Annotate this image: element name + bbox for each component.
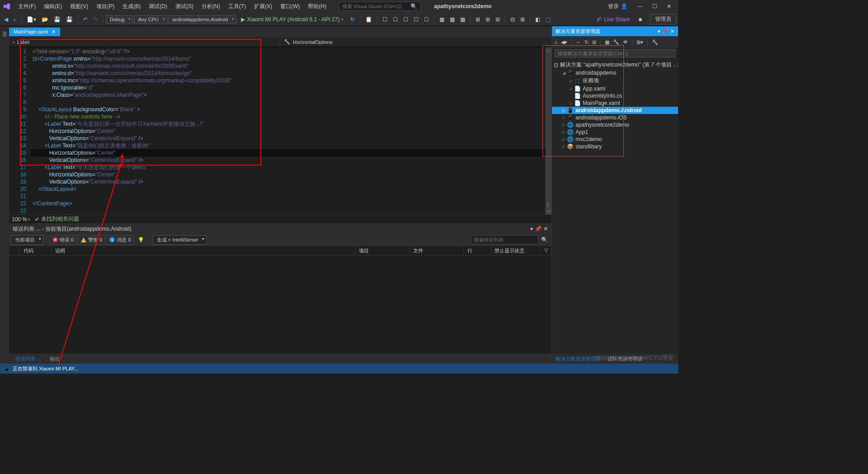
tb-icon-15[interactable]: ◧ <box>533 15 542 24</box>
search-icon[interactable]: 🔍 <box>539 236 550 244</box>
tb-icon-7[interactable]: ▦ <box>437 15 447 24</box>
tree-item[interactable]: ▷📱androidappdemo.Android <box>552 107 678 114</box>
solution-root[interactable]: ⊡ 解决方案 "apathysnetcore2demo" (第 7 个项目，共 … <box>552 61 678 69</box>
config-dropdown[interactable]: Debug <box>106 15 133 24</box>
sp-home-icon[interactable]: ⌂ <box>553 38 559 46</box>
tb-icon-5[interactable]: ☐ <box>411 15 421 24</box>
refresh-button[interactable]: ↻ <box>348 15 357 24</box>
menu-item[interactable]: 窗口(W) <box>277 1 303 12</box>
sp-properties-icon[interactable]: 🔧 <box>612 38 621 46</box>
menu-item[interactable]: 视图(V) <box>66 1 92 12</box>
save-all-button[interactable]: 💾 <box>64 15 75 24</box>
code-line[interactable]: xmlns:x="http://schemas.microsoft.com/wi… <box>31 62 552 70</box>
panel-pin-icon[interactable]: 📌 <box>662 28 669 34</box>
new-item-button[interactable]: 📄▾ <box>24 15 38 24</box>
menu-item[interactable]: 扩展(X) <box>250 1 276 12</box>
errorlist-column-header[interactable] <box>9 246 20 255</box>
errorlist-column-header[interactable]: 代码 <box>20 246 52 255</box>
panel-close-icon[interactable]: ✕ <box>670 28 675 34</box>
search-vs-input[interactable] <box>342 4 410 9</box>
liveshare-button[interactable]: ⮳ Live Share <box>593 15 633 24</box>
errorlist-column-header[interactable]: 项目 <box>355 246 410 255</box>
code-line[interactable]: <Label Text="我是你们的主讲老师：徐新帅" <box>31 142 552 149</box>
code-line[interactable]: HorizontalOptions="Center" <box>31 171 552 178</box>
sp-collapse-icon[interactable]: ⊟ <box>591 38 598 46</box>
split-v-icon[interactable]: ▭ <box>547 209 551 213</box>
minimize-button[interactable]: ─ <box>634 1 646 11</box>
issues-status[interactable]: ✔ 未找到相关问题 <box>35 215 79 223</box>
menu-item[interactable]: 编辑(E) <box>40 1 66 12</box>
errorlist-search-input[interactable] <box>474 237 535 242</box>
expand-icon[interactable]: ▷ <box>561 137 566 142</box>
scope-dropdown[interactable]: 当前项目 <box>11 235 43 245</box>
tb-icon-16[interactable]: ⬚ <box>543 15 553 24</box>
editor-scrollbar[interactable] <box>545 47 552 214</box>
tree-item[interactable]: ▷📦standlibary <box>552 143 678 150</box>
code-line[interactable] <box>31 99 552 106</box>
tb-icon-13[interactable]: ⊟ <box>508 15 517 24</box>
search-vs[interactable]: 🔍 <box>339 2 420 11</box>
expand-icon[interactable]: ▷ <box>561 130 566 134</box>
code-line[interactable]: HorizontalOptions="Center" <box>31 128 552 135</box>
tab-mainpage[interactable]: MainPage.xaml ✕ <box>9 28 60 36</box>
code-line[interactable]: </StackLayout> <box>31 185 552 193</box>
expand-icon[interactable]: ▷ <box>568 101 574 105</box>
menu-item[interactable]: 工具(T) <box>225 1 250 12</box>
code-line[interactable]: mc:Ignorable="d" <box>31 84 552 91</box>
maximize-button[interactable]: ☐ <box>648 1 661 11</box>
sp-back-icon[interactable]: ◀▾ <box>560 38 569 46</box>
undo-button[interactable]: ↶ <box>81 15 90 24</box>
tree-item[interactable]: ▷🌐apathysnetcore2demo <box>552 121 678 128</box>
platform-dropdown[interactable]: Any CPU <box>134 15 167 24</box>
errorlist-headers[interactable]: 代码说明项目文件行禁止显示状态▽ <box>9 246 552 256</box>
close-button[interactable]: ✕ <box>663 1 675 11</box>
expand-icon[interactable]: ▷ <box>561 144 566 149</box>
code-editor[interactable]: 1234567891011121314151617181920212223 <?… <box>9 47 552 214</box>
tree-item[interactable]: ▷⸬依赖项 <box>552 76 678 85</box>
tb-icon-10[interactable]: ⊞ <box>473 15 482 24</box>
tb-icon-8[interactable]: ▦ <box>448 15 457 24</box>
errorlist-column-header[interactable]: 说明 <box>52 246 355 255</box>
code-line[interactable]: HorizontalOptions="Center" <box>31 149 552 156</box>
errorlist-column-header[interactable]: 行 <box>464 246 491 255</box>
tb-icon-2[interactable]: ☐ <box>380 15 390 24</box>
menu-item[interactable]: 生成(B) <box>119 1 144 12</box>
code-line[interactable]: VerticalOptions="CenterAndExpand" /> <box>31 135 552 142</box>
code-line[interactable] <box>31 207 552 214</box>
startup-dropdown[interactable]: androidappdemo.Android <box>168 15 237 24</box>
code-line[interactable]: VerticalOptions="CenterAndExpand" /> <box>31 156 552 164</box>
solution-search-input[interactable] <box>555 49 675 57</box>
tree-item[interactable]: 📄AssemblyInfo.cs <box>552 92 678 100</box>
sp-showall-icon[interactable]: ▦ <box>604 38 611 46</box>
code-line[interactable]: ⊟<ContentPage xmlns="http://xamarin.com/… <box>31 55 552 62</box>
tb-icon-9[interactable]: ▦ <box>458 15 467 24</box>
panel-menu-icon[interactable]: ▾ <box>530 226 533 232</box>
expand-icon[interactable]: ▷ <box>568 86 574 91</box>
code-line[interactable]: VerticalOptions="CenterAndExpand" /> <box>31 178 552 185</box>
code-line[interactable]: <Label Text="今天这是我们的第一个demo。" <box>31 164 552 171</box>
menu-item[interactable]: 调试(D) <box>145 1 171 12</box>
tree-item[interactable]: ◢📱androidappdemo <box>552 69 678 76</box>
errorlist-search[interactable] <box>471 235 538 244</box>
expand-icon[interactable]: ▷ <box>561 123 566 127</box>
tb-icon-4[interactable]: ☐ <box>401 15 410 24</box>
left-toolbox-margin[interactable]: 🗄 <box>0 26 9 364</box>
tree-item[interactable]: ▷📱androidappdemo.iOS <box>552 114 678 121</box>
tab-errorlist[interactable]: 错误列表 ... <box>11 355 45 363</box>
tree-item[interactable]: ▷📄MainPage.xaml <box>552 100 678 107</box>
tb-icon-6[interactable]: ☐ <box>422 15 431 24</box>
warnings-toggle[interactable]: 警告 0 <box>78 235 105 245</box>
sp-nest-icon[interactable]: ⊞▾ <box>635 38 645 46</box>
code-line[interactable]: <?xml version="1.0" encoding="utf-8" ?> <box>31 48 552 55</box>
menu-item[interactable]: 文件(F) <box>14 1 39 12</box>
expand-icon[interactable]: ▷ <box>561 108 566 113</box>
menu-item[interactable]: 项目(P) <box>93 1 118 12</box>
errorlist-column-header[interactable]: 文件 <box>410 246 464 255</box>
panel-pin-icon[interactable]: 📌 <box>535 226 542 232</box>
tree-item[interactable]: ▷🌐App1 <box>552 128 678 136</box>
feedback-button[interactable]: ☻ <box>635 15 646 24</box>
code-line[interactable]: <Label Text="今天是我们第一次开始学习Xamarin开发移动之旅..… <box>31 120 552 128</box>
code-line[interactable]: </ContentPage> <box>31 200 552 207</box>
code-line[interactable] <box>31 193 552 200</box>
code-line[interactable]: <!-- Place new controls here --> <box>31 113 552 120</box>
